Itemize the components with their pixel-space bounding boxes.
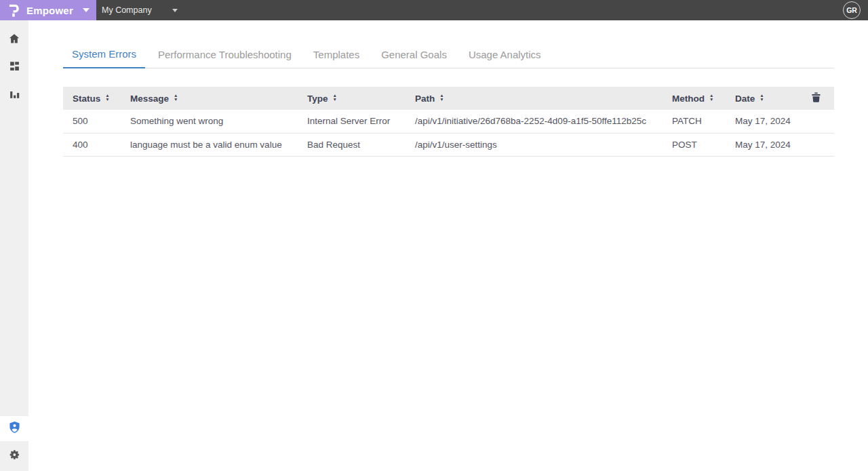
cell-path: /api/v1/user-settings (406, 133, 663, 156)
sidebar-item-reports[interactable] (0, 81, 28, 109)
table-row[interactable]: 500 Something went wrong Internal Server… (63, 110, 834, 133)
sidebar-item-admin[interactable] (0, 416, 28, 441)
company-selector[interactable]: My Company (96, 0, 184, 20)
column-header-method[interactable]: Method▲▼ (663, 87, 726, 110)
cell-method: POST (663, 133, 726, 156)
company-selector-value: My Company (102, 5, 172, 15)
sidebar-item-home[interactable] (0, 26, 28, 54)
gear-icon (8, 449, 20, 464)
cell-actions (797, 110, 834, 133)
sort-icon: ▲▼ (105, 94, 109, 102)
bar-chart-icon (9, 88, 20, 102)
tab-templates[interactable]: Templates (304, 49, 368, 68)
sidebar-item-dashboard[interactable] (0, 54, 28, 81)
sidebar (0, 20, 28, 471)
sort-icon: ▲▼ (709, 94, 713, 102)
main-content: System Errors Performance Troubleshootin… (28, 20, 868, 471)
empower-logo-icon (7, 3, 20, 18)
sort-icon: ▲▼ (333, 94, 337, 102)
cell-actions (797, 133, 834, 156)
column-header-delete[interactable] (797, 87, 834, 110)
cell-type: Bad Request (298, 133, 406, 156)
topbar-spacer (184, 0, 843, 20)
cell-message: language must be a valid enum value (121, 133, 298, 156)
tab-usage-analytics[interactable]: Usage Analytics (460, 49, 550, 68)
tab-system-errors[interactable]: System Errors (63, 48, 145, 68)
cell-status: 400 (63, 133, 121, 156)
cell-status: 500 (63, 110, 121, 133)
sort-icon: ▲▼ (439, 94, 443, 102)
sort-icon: ▲▼ (174, 94, 178, 102)
column-header-type[interactable]: Type▲▼ (298, 87, 406, 110)
sort-icon: ▲▼ (760, 94, 764, 102)
avatar[interactable]: GR (843, 1, 861, 19)
brand-menu[interactable]: Empower (0, 0, 96, 20)
cell-path: /api/v1/initiative/26d768ba-2252-4d09-a1… (406, 110, 663, 133)
cell-date: May 17, 2024 (726, 133, 797, 156)
tab-bar: System Errors Performance Troubleshootin… (63, 48, 834, 68)
shield-user-icon (9, 421, 20, 436)
top-bar: Empower My Company GR (0, 0, 868, 20)
brand-caret-icon (83, 8, 90, 12)
column-header-message[interactable]: Message▲▼ (121, 87, 298, 110)
sidebar-item-settings[interactable] (0, 441, 28, 471)
column-header-path[interactable]: Path▲▼ (406, 87, 663, 110)
system-errors-table: Status▲▼ Message▲▼ Type▲▼ Path▲▼ Method▲… (63, 87, 834, 157)
chevron-down-icon (172, 9, 178, 12)
cell-method: PATCH (663, 110, 726, 133)
cell-type: Internal Server Error (298, 110, 406, 133)
home-icon (8, 33, 20, 47)
sidebar-bottom (0, 411, 28, 471)
table-row[interactable]: 400 language must be a valid enum value … (63, 133, 834, 156)
brand-name: Empower (26, 5, 80, 16)
dashboard-icon (9, 60, 20, 75)
trash-icon (812, 94, 821, 104)
tab-general-goals[interactable]: General Goals (372, 49, 456, 68)
tab-performance-troubleshooting[interactable]: Performance Troubleshooting (149, 49, 300, 68)
cell-date: May 17, 2024 (726, 110, 797, 133)
column-header-date[interactable]: Date▲▼ (726, 87, 797, 110)
table-header-row: Status▲▼ Message▲▼ Type▲▼ Path▲▼ Method▲… (63, 87, 834, 110)
column-header-status[interactable]: Status▲▼ (63, 87, 121, 110)
cell-message: Something went wrong (121, 110, 298, 133)
